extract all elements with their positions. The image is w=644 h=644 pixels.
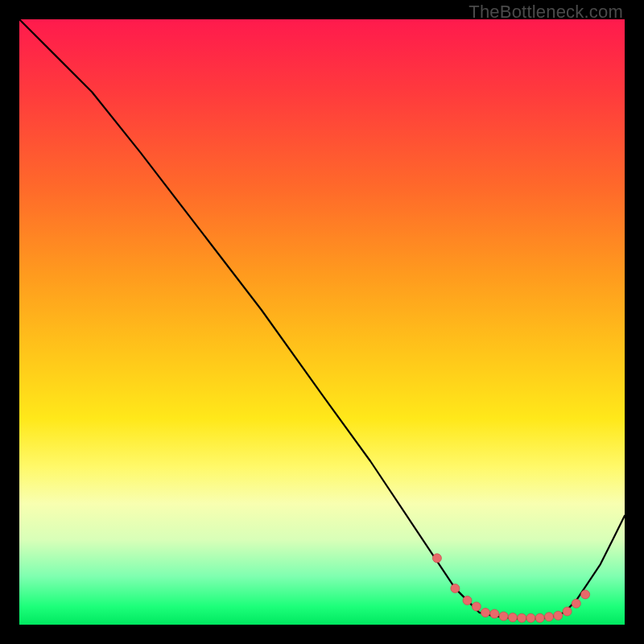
highlight-dot [451, 584, 460, 592]
highlight-dot [481, 609, 490, 617]
highlight-dot [432, 554, 441, 563]
chart-frame: TheBottleneck.com [0, 0, 644, 644]
chart-svg [19, 19, 625, 625]
highlight-dot [499, 612, 508, 621]
highlight-dot [563, 607, 572, 616]
highlight-dot [463, 596, 472, 605]
chart-plot-area [19, 19, 625, 625]
bottleneck-curve [19, 19, 625, 619]
highlight-dot [508, 613, 517, 622]
highlight-dot [581, 590, 590, 599]
highlight-dot [572, 599, 580, 608]
watermark-text: TheBottleneck.com [469, 2, 623, 23]
highlight-dots-group [432, 554, 589, 622]
highlight-dot [535, 613, 544, 622]
highlight-dot [554, 611, 563, 620]
highlight-dot [526, 613, 535, 622]
highlight-dot [518, 613, 526, 622]
highlight-dot [472, 602, 481, 611]
highlight-dot [490, 609, 499, 618]
highlight-dot [545, 613, 554, 621]
